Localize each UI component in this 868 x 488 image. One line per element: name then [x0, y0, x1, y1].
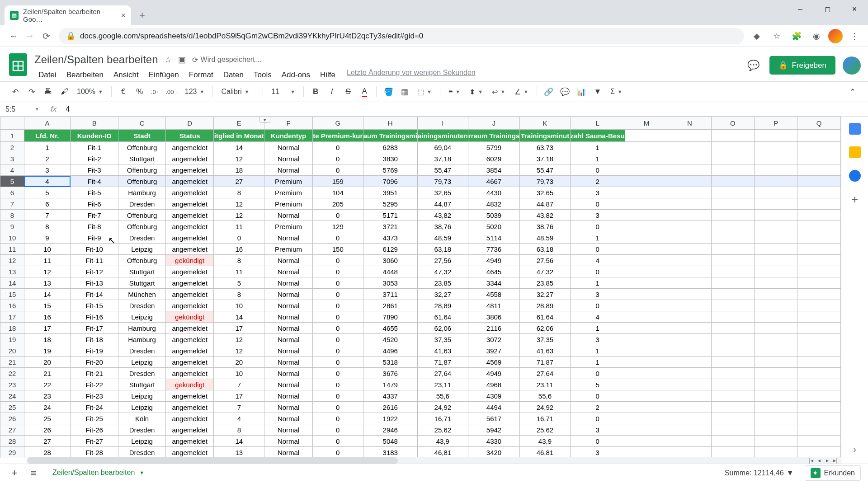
cell[interactable]: 27,56: [520, 255, 570, 266]
cell[interactable]: 4949: [468, 368, 519, 379]
cell[interactable]: 0: [570, 221, 625, 232]
cell[interactable]: Fit-19: [71, 345, 118, 357]
cell[interactable]: 14: [214, 436, 264, 447]
cell[interactable]: [797, 289, 841, 300]
cell[interactable]: 25,62: [520, 424, 570, 436]
cell[interactable]: 4494: [468, 402, 519, 413]
cell[interactable]: 3344: [468, 277, 519, 289]
cell[interactable]: [711, 232, 755, 244]
paint-format-button[interactable]: 🖌: [57, 84, 71, 99]
cell[interactable]: [797, 210, 841, 221]
cell[interactable]: 17: [214, 390, 264, 402]
row-header[interactable]: 27: [0, 424, 24, 436]
cell[interactable]: 3711: [363, 289, 417, 300]
header-cell[interactable]: Lfd. Nr.: [24, 130, 70, 142]
cell[interactable]: Offenburg: [118, 176, 166, 187]
cell[interactable]: [625, 289, 668, 300]
cell[interactable]: 0: [312, 357, 363, 368]
cell[interactable]: [797, 413, 841, 424]
cell[interactable]: 12: [214, 153, 264, 164]
cell[interactable]: 20: [214, 357, 264, 368]
row-header[interactable]: 11: [0, 244, 24, 255]
cell[interactable]: 79,73: [417, 176, 468, 187]
cell[interactable]: Dresden: [118, 368, 166, 379]
cell[interactable]: 9: [24, 232, 70, 244]
cell[interactable]: 55,47: [520, 164, 570, 176]
cell[interactable]: gekündigt: [165, 311, 214, 323]
cell[interactable]: 47,32: [520, 266, 570, 277]
cell[interactable]: 5114: [468, 232, 519, 244]
cell[interactable]: 69,04: [417, 142, 468, 153]
font-family-select[interactable]: Calibri▼: [217, 88, 258, 96]
cell[interactable]: [797, 255, 841, 266]
cell[interactable]: Premium: [264, 221, 313, 232]
cell[interactable]: angemeldet: [165, 424, 214, 436]
cell[interactable]: [755, 232, 797, 244]
cell[interactable]: Dresden: [118, 345, 166, 357]
cell[interactable]: 4: [214, 413, 264, 424]
cell[interactable]: [625, 255, 668, 266]
cell[interactable]: Normal: [264, 390, 313, 402]
cell[interactable]: [711, 221, 755, 232]
header-cell[interactable]: Status: [165, 130, 214, 142]
cell[interactable]: 0: [312, 289, 363, 300]
cell[interactable]: 37,35: [417, 334, 468, 345]
cell[interactable]: [755, 187, 797, 198]
cell[interactable]: [625, 357, 668, 368]
cell[interactable]: 3951: [363, 187, 417, 198]
cell[interactable]: [625, 277, 668, 289]
cell[interactable]: [755, 390, 797, 402]
account-avatar[interactable]: [843, 56, 861, 75]
cell[interactable]: [711, 436, 755, 447]
cell[interactable]: 5318: [363, 357, 417, 368]
cell[interactable]: 1: [570, 345, 625, 357]
cell[interactable]: [797, 345, 841, 357]
cell[interactable]: angemeldet: [165, 277, 214, 289]
number-format-select[interactable]: 123▼: [181, 88, 208, 96]
cell[interactable]: [625, 164, 668, 176]
cell[interactable]: [625, 187, 668, 198]
cell[interactable]: 2946: [363, 424, 417, 436]
row-header[interactable]: 5: [0, 176, 24, 187]
select-all-corner[interactable]: [0, 117, 24, 130]
cell[interactable]: [797, 300, 841, 311]
forward-button[interactable]: →: [22, 28, 38, 44]
cell[interactable]: 0: [312, 413, 363, 424]
cell[interactable]: Stuttgart: [118, 266, 166, 277]
cell[interactable]: Fit-25: [71, 413, 118, 424]
cell[interactable]: Fit-17: [71, 323, 118, 334]
cell[interactable]: [755, 289, 797, 300]
url-input[interactable]: 🔒 docs.google.com/spreadsheets/d/1eobdPo…: [59, 28, 744, 44]
cell[interactable]: 24,92: [417, 402, 468, 413]
cell[interactable]: Normal: [264, 255, 313, 266]
cell[interactable]: 1: [570, 232, 625, 244]
cell[interactable]: 43,9: [520, 436, 570, 447]
cell[interactable]: 4811: [468, 300, 519, 311]
row-header[interactable]: 20: [0, 345, 24, 357]
star-document-icon[interactable]: ☆: [165, 55, 172, 65]
row-header[interactable]: 8: [0, 210, 24, 221]
scroll-left-start-icon[interactable]: |◂: [807, 457, 815, 464]
cell[interactable]: 129: [312, 221, 363, 232]
cell[interactable]: Fit-4: [71, 176, 118, 187]
row-header[interactable]: 12: [0, 255, 24, 266]
cell[interactable]: 5039: [468, 210, 519, 221]
cell[interactable]: Fit-2: [71, 153, 118, 164]
cell[interactable]: 2: [24, 153, 70, 164]
calendar-addon-icon[interactable]: [849, 123, 861, 135]
cell[interactable]: 3: [570, 334, 625, 345]
cell[interactable]: 4337: [363, 390, 417, 402]
cell[interactable]: 0: [312, 379, 363, 390]
cell[interactable]: 11: [24, 255, 70, 266]
header-cell[interactable]: ainingsminuten: [417, 130, 468, 142]
row-header[interactable]: 2: [0, 142, 24, 153]
add-columns-tab[interactable]: ▾: [259, 117, 270, 123]
cell[interactable]: [755, 379, 797, 390]
cell[interactable]: 0: [312, 164, 363, 176]
cell[interactable]: Fit-12: [71, 266, 118, 277]
cell[interactable]: [625, 323, 668, 334]
cell[interactable]: 4: [24, 176, 70, 187]
cell[interactable]: [668, 187, 711, 198]
sheet-tab[interactable]: Zeilen/Spalten bearbeiten ▼: [45, 466, 151, 480]
cell[interactable]: [797, 334, 841, 345]
